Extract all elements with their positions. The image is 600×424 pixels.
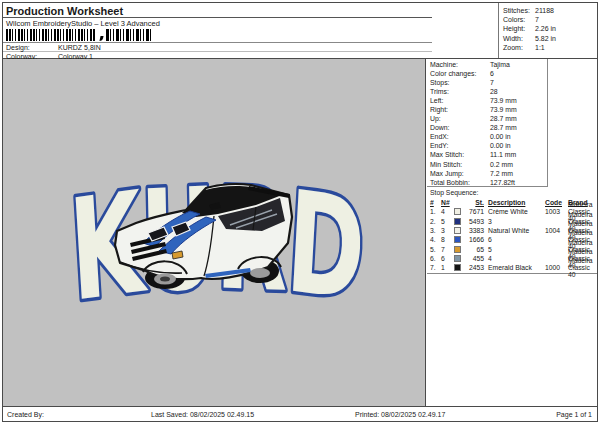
stop-col-header: St. xyxy=(463,199,484,206)
machine-row-value: 0.00 in xyxy=(490,141,511,150)
machine-row-value: 7.2 mm xyxy=(490,169,513,178)
machine-row-label: Color changes: xyxy=(430,69,490,78)
thread-color-swatch xyxy=(454,227,461,234)
production-worksheet-sheet: Production Worksheet Wilcom EmbroiderySt… xyxy=(2,2,598,422)
machine-row-value: 7 xyxy=(490,78,494,87)
machine-row: Up:28.7 mm xyxy=(427,114,547,123)
machine-row-label: Max Jump: xyxy=(430,169,490,178)
front-rim-hub xyxy=(160,277,170,282)
worksheet-footer: Created By: Last Saved: 08/02/2025 02.49… xyxy=(3,406,597,421)
thread-number: 3383 xyxy=(463,227,484,234)
stop-row-needle: 4 xyxy=(441,208,454,215)
printed-text: Printed: 08/02/2025 02.49.17 xyxy=(355,407,445,422)
thread-description: Natural White xyxy=(488,227,545,234)
machine-row-label: Machine: xyxy=(430,60,490,69)
stop-row-index: 6. xyxy=(430,255,441,262)
machine-row-label: EndX: xyxy=(430,132,490,141)
stop-row-needle: 1 xyxy=(441,264,454,271)
design-preview-canvas: KURDZ xyxy=(3,59,426,407)
stop-col-header: Code xyxy=(545,199,566,206)
thread-code: 1003 xyxy=(545,208,566,215)
machine-row-value: Tajima xyxy=(490,60,510,69)
last-saved-text: Last Saved: 08/02/2025 02.49.15 xyxy=(151,407,254,422)
machine-row-label: Up: xyxy=(430,114,490,123)
thread-code: 1004 xyxy=(545,227,566,234)
thread-description: 3 xyxy=(488,218,545,225)
design-name-row: Design: KURDZ 5,8IN xyxy=(3,42,432,52)
machine-row-value: 0.2 mm xyxy=(490,160,513,169)
design-label: Design: xyxy=(6,44,58,50)
thread-number: 5493 xyxy=(463,218,484,225)
thread-color-swatch xyxy=(454,236,461,243)
machine-row-value: 73.9 mm xyxy=(490,105,517,114)
thread-color-swatch xyxy=(454,218,461,225)
thread-code: 1000 xyxy=(545,264,566,271)
thread-swatch-wrap xyxy=(454,264,463,271)
stop-row-index: 4. xyxy=(430,236,441,243)
rear-rim xyxy=(250,268,270,278)
stop-row-index: 3. xyxy=(430,227,441,234)
thread-number: 455 xyxy=(463,255,484,262)
stop-row-index: 5. xyxy=(430,246,441,253)
machine-row-label: Right: xyxy=(430,105,490,114)
stop-row-needle: 6 xyxy=(441,255,454,262)
thread-swatch-wrap xyxy=(454,227,463,234)
summary-row: Colors:7 xyxy=(499,15,597,24)
thread-number: 2453 xyxy=(463,264,484,271)
machine-row: Right:73.9 mm xyxy=(427,105,547,114)
barcode-bars-left xyxy=(6,29,96,41)
summary-row-value: 1:1 xyxy=(535,43,545,52)
machine-row-label: Trims: xyxy=(430,87,490,96)
machine-row: Max Jump:7.2 mm xyxy=(427,169,547,178)
design-summary-panel: Stitches:21188Colors:7Height:2.26 inWidt… xyxy=(498,3,597,58)
thread-description: 6 xyxy=(488,236,545,243)
thread-description: Crème White xyxy=(488,208,545,215)
embroidery-design: KURDZ xyxy=(64,181,396,309)
stop-row-needle: 8 xyxy=(441,236,454,243)
machine-row: Down:28.7 mm xyxy=(427,123,547,132)
summary-row: Stitches:21188 xyxy=(499,6,597,15)
summary-row: Zoom:1:1 xyxy=(499,43,597,52)
stop-sequence-panel: Stop Sequence: #N#St.DescriptionCodeBran… xyxy=(427,188,597,274)
stop-row-needle: 5 xyxy=(441,218,454,225)
stop-sequence-row: 7.12453Emerald Black1000Madeira Classic … xyxy=(427,263,597,272)
machine-row-label: Total Bobbin: xyxy=(430,178,490,187)
summary-row: Width:5.82 in xyxy=(499,34,597,43)
machine-row: Color changes:6 xyxy=(427,69,547,78)
machine-row-label: Stops: xyxy=(430,78,490,87)
machine-row-value: 127.82ft xyxy=(490,178,515,187)
summary-row-label: Stitches: xyxy=(503,6,535,15)
thread-swatch-wrap xyxy=(454,208,463,215)
machine-row: Total Bobbin:127.82ft xyxy=(427,178,547,187)
stop-sequence-rows: 1.47671Crème White1003Madeira Classic 40… xyxy=(427,207,597,272)
machine-row: Stops:7 xyxy=(427,78,547,87)
machine-row-label: Max Stitch: xyxy=(430,150,490,159)
machine-info-panel: Machine:TajimaColor changes:6Stops:7Trim… xyxy=(427,59,548,187)
thread-swatch-wrap xyxy=(454,218,463,225)
page-title: Production Worksheet xyxy=(3,3,432,18)
right-info-column: Machine:TajimaColor changes:6Stops:7Trim… xyxy=(427,59,597,407)
summary-row: Height:2.26 in xyxy=(499,24,597,33)
created-by-label: Created By: xyxy=(7,407,44,422)
summary-row-value: 21188 xyxy=(535,6,554,15)
summary-row-value: 5.82 in xyxy=(535,34,556,43)
header-left-block: Production Worksheet Wilcom EmbroiderySt… xyxy=(3,3,432,59)
machine-row-label: Down: xyxy=(430,123,490,132)
thread-color-swatch xyxy=(454,264,461,271)
machine-row: Machine:Tajima xyxy=(427,60,547,69)
thread-number: 65 xyxy=(463,246,484,253)
stop-row-index: 7. xyxy=(430,264,441,271)
stop-row-needle: 7 xyxy=(441,246,454,253)
machine-row-value: 28.7 mm xyxy=(490,123,517,132)
machine-row-label: EndY: xyxy=(430,141,490,150)
stop-row-index: 2. xyxy=(430,218,441,225)
design-value: KURDZ 5,8IN xyxy=(58,44,101,50)
thread-number: 7671 xyxy=(463,208,484,215)
thread-swatch-wrap xyxy=(454,236,463,243)
thread-swatch-wrap xyxy=(454,246,463,253)
machine-row-value: 0.00 in xyxy=(490,132,511,141)
machine-row: EndX:0.00 in xyxy=(427,132,547,141)
thread-swatch-wrap xyxy=(454,255,463,262)
summary-row-label: Width: xyxy=(503,34,535,43)
machine-row: EndY:0.00 in xyxy=(427,141,547,150)
